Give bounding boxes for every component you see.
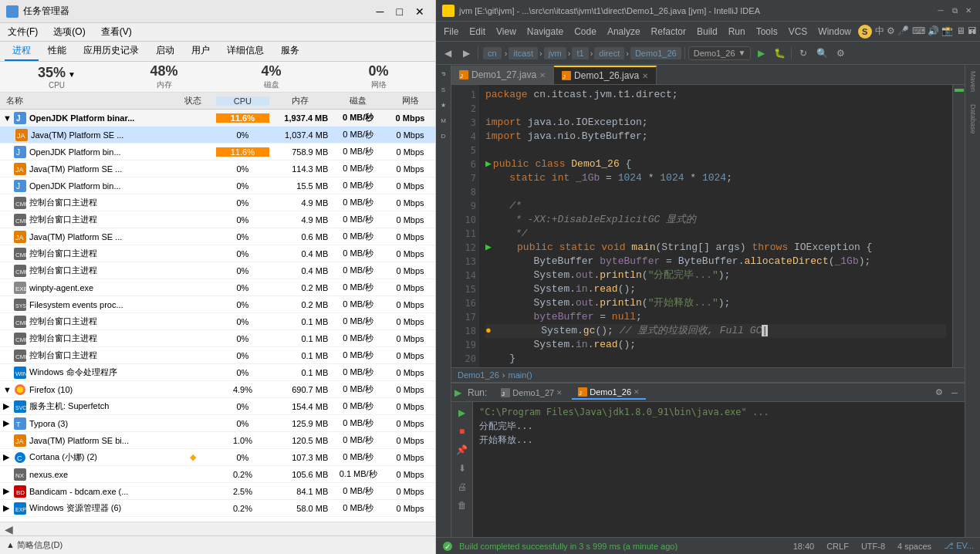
scroll-left-btn[interactable]: ◀ — [5, 523, 13, 535]
status-crlf[interactable]: CRLF — [826, 542, 849, 551]
tm-tab-process[interactable]: 进程 — [5, 42, 39, 61]
menu-edit[interactable]: Edit — [465, 25, 490, 39]
run-tab-demo127-close[interactable]: ✕ — [556, 389, 563, 397]
idea-restore-btn[interactable]: ⧉ — [949, 5, 960, 16]
favorites-panel-btn[interactable]: ★ — [438, 99, 450, 111]
table-row[interactable]: NX nexus.exe 0.2% 105.6 MB 0.1 MB/秒 0 Mb… — [0, 466, 435, 483]
table-row[interactable]: JA Java(TM) Platform SE ... 0% 114.3 MB … — [0, 160, 435, 177]
rerun-btn[interactable]: ▶ — [455, 405, 470, 421]
idea-close-btn[interactable]: ✕ — [963, 5, 974, 16]
expand-icon[interactable]: ▼ — [3, 385, 12, 394]
tm-minimize-btn[interactable]: ─ — [372, 5, 389, 18]
clear-btn[interactable]: 🗑 — [455, 498, 470, 513]
breadcrumb-t1[interactable]: t1 — [572, 47, 588, 59]
run-config-selector[interactable]: Demo1_26 ▼ — [688, 46, 752, 60]
table-row[interactable]: ▶ C Cortana (小娜) (2) ◆ 0% 107.3 MB 0 MB/… — [0, 449, 435, 466]
table-row[interactable]: CMD 控制台窗口主进程 0% 0.4 MB 0 MB/秒 0 Mbps — [0, 262, 435, 279]
breadcrumb-jvm[interactable]: jvm — [544, 47, 566, 59]
toolbar-back-btn[interactable]: ◀ — [439, 45, 456, 62]
menu-vcs[interactable]: VCS — [784, 25, 813, 39]
status-indent[interactable]: 4 spaces — [897, 542, 931, 551]
stop-btn[interactable]: ■ — [455, 424, 470, 439]
menu-analyze[interactable]: Analyze — [603, 25, 645, 39]
menu-build[interactable]: Build — [692, 25, 722, 39]
table-row[interactable]: CMD 控制台窗口主进程 0% 0.4 MB 0 MB/秒 0 Mbps — [0, 245, 435, 262]
table-row[interactable]: WIN Windows 命令处理程序 0% 0.1 MB 0 MB/秒 0 Mb… — [0, 364, 435, 381]
table-row[interactable]: ▼ Firefox (10) 4.9% 690.7 MB 0 MB/秒 0 Mb… — [0, 381, 435, 398]
tab-demo126-close[interactable]: ✕ — [642, 72, 648, 80]
idea-minimize-btn[interactable]: ─ — [935, 5, 946, 16]
database-panel-btn[interactable]: D — [438, 130, 450, 142]
pin-btn[interactable]: 📌 — [455, 442, 470, 458]
bottom-settings-btn[interactable]: ⚙ — [932, 386, 946, 400]
run-tab-demo126-close[interactable]: ✕ — [634, 388, 640, 396]
tm-tab-history[interactable]: 应用历史记录 — [76, 42, 147, 61]
menu-view[interactable]: View — [492, 25, 521, 39]
table-row[interactable]: ▶ BD Bandicam - bdcam.exe (... 2.5% 84.1… — [0, 483, 435, 500]
settings-btn[interactable]: ⚙ — [832, 45, 849, 62]
run-tab-demo126[interactable]: J Demo1_26 ✕ — [572, 386, 646, 400]
tm-tab-details[interactable]: 详细信息 — [219, 42, 272, 61]
bottom-close-btn[interactable]: ─ — [948, 386, 961, 400]
debug-button[interactable]: 🐛 — [771, 45, 788, 62]
col-header-status[interactable]: 状态 — [170, 95, 216, 106]
table-row[interactable]: ▶ T Typora (3) 0% 125.9 MB 0 MB/秒 0 Mbps — [0, 415, 435, 432]
tm-tab-startup[interactable]: 启动 — [148, 42, 182, 61]
tm-menu-view[interactable]: 查看(V) — [96, 24, 137, 40]
breadcrumb-itcast[interactable]: itcast — [509, 47, 538, 59]
table-row[interactable]: J OpenJDK Platform bin... 0% 15.5 MB 0 M… — [0, 177, 435, 194]
code-breadcrumb-main[interactable]: main() — [509, 370, 532, 380]
breadcrumb-demo126[interactable]: Demo1_26 — [630, 47, 681, 59]
table-row[interactable]: ▶ EXP Windows 资源管理器 (6) 0.2% 58.0 MB 0 M… — [0, 500, 435, 517]
tm-tab-users[interactable]: 用户 — [184, 42, 218, 61]
search-everywhere-btn[interactable]: 🔍 — [813, 45, 830, 62]
expand-icon[interactable]: ▶ — [3, 486, 12, 496]
structure-panel-btn[interactable]: S — [438, 83, 450, 96]
tm-tab-services[interactable]: 服务 — [273, 42, 307, 61]
menu-file[interactable]: File — [439, 25, 463, 39]
col-header-net[interactable]: 网络 — [385, 95, 435, 106]
scroll-end-btn[interactable]: ⬇ — [455, 461, 470, 476]
expand-icon[interactable]: ▶ — [3, 418, 12, 428]
table-row[interactable]: CMD 控制台窗口主进程 0% 0.1 MB 0 MB/秒 0 Mbps — [0, 330, 435, 347]
tab-demo127-close[interactable]: ✕ — [539, 71, 546, 79]
tab-demo126[interactable]: J Demo1_26.java ✕ — [554, 66, 657, 84]
code-editor[interactable]: package cn.itcast.jvm.t1.direct; import … — [479, 85, 952, 367]
refresh-btn[interactable]: ↻ — [795, 45, 812, 62]
tm-menu-options[interactable]: 选项(O) — [49, 24, 90, 40]
tm-footer[interactable]: ▲ 简略信息(D) — [0, 535, 435, 554]
tm-menu-file[interactable]: 文件(F) — [3, 24, 42, 40]
table-row[interactable]: ▼ J OpenJDK Platform binar... 11.6% 1,93… — [0, 110, 435, 127]
table-row[interactable]: SYS Filesystem events proc... 0% 0.2 MB … — [0, 296, 435, 313]
database-panel-tab[interactable]: Database — [969, 101, 977, 137]
tm-close-btn[interactable]: ✕ — [411, 5, 429, 18]
expand-icon[interactable]: ▼ — [3, 113, 12, 123]
maven-panel-btn[interactable]: M — [438, 114, 450, 127]
table-row[interactable]: CMD 控制台窗口主进程 0% 0.1 MB 0 MB/秒 0 Mbps — [0, 347, 435, 364]
tm-maximize-btn[interactable]: □ — [392, 5, 407, 18]
menu-run[interactable]: Run — [724, 25, 750, 39]
table-row[interactable]: JA Java(TM) Platform SE bi... 1.0% 120.5… — [0, 432, 435, 449]
table-row[interactable]: CMD 控制台窗口主进程 0% 4.9 MB 0 MB/秒 0 Mbps — [0, 194, 435, 211]
menu-tools[interactable]: Tools — [752, 25, 782, 39]
table-row[interactable]: JA Java(TM) Platform SE ... 0% 0.6 MB 0 … — [0, 228, 435, 245]
expand-icon[interactable]: ▶ — [3, 401, 12, 411]
table-row[interactable]: EXE winpty-agent.exe 0% 0.2 MB 0 MB/秒 0 … — [0, 279, 435, 296]
table-row[interactable]: ▶ SVC 服务主机: Superfetch 0% 154.4 MB 0 MB/… — [0, 398, 435, 415]
table-row[interactable]: CMD 控制台窗口主进程 0% 0.1 MB 0 MB/秒 0 Mbps — [0, 313, 435, 330]
col-header-mem[interactable]: 内存 — [269, 95, 331, 106]
status-git[interactable]: ⎇ EV... — [944, 541, 974, 551]
col-header-cpu[interactable]: CPU — [216, 96, 270, 106]
col-header-name[interactable]: 名称 — [0, 95, 170, 106]
menu-window[interactable]: Window — [813, 25, 856, 39]
run-button[interactable]: ▶ — [752, 45, 769, 62]
code-breadcrumb-demo126[interactable]: Demo1_26 — [458, 370, 499, 380]
menu-refactor[interactable]: Refactor — [647, 25, 691, 39]
table-row[interactable]: CMD 控制台窗口主进程 0% 4.9 MB 0 MB/秒 0 Mbps — [0, 211, 435, 228]
status-encoding[interactable]: UTF-8 — [861, 542, 885, 551]
menu-code[interactable]: Code — [569, 25, 601, 39]
maven-panel-tab[interactable]: Maven — [969, 68, 977, 95]
breadcrumb-cn[interactable]: cn — [483, 47, 502, 59]
tm-tab-perf[interactable]: 性能 — [40, 42, 74, 61]
expand-icon[interactable]: ▶ — [3, 503, 12, 513]
